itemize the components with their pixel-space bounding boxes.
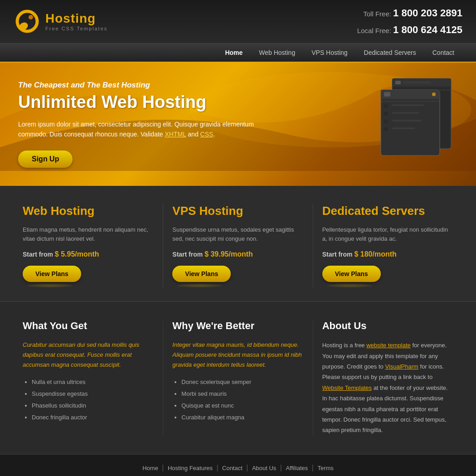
vps-hosting-desc: Suspendisse urna metus, sodales eget sag… (172, 225, 303, 244)
why-better-text: Integer vitae magna mauris, id bibendum … (172, 340, 303, 370)
nav: Home Web Hosting VPS Hosting Dedicated S… (0, 44, 476, 63)
web-hosting-title: Web Hosting (23, 204, 154, 218)
list-item: Quisque at est nunc (181, 400, 303, 412)
website-template-link[interactable]: website template (366, 342, 411, 349)
hero-period: . (213, 131, 215, 138)
footer-sep: | (162, 464, 166, 471)
footer-link-home[interactable]: Home (142, 465, 158, 471)
what-you-get-list: Nulla et urna ultrices Suspendisse egest… (23, 376, 154, 423)
what-you-get-title: What You Get (23, 320, 154, 332)
nav-home[interactable]: Home (217, 44, 251, 62)
svg-rect-17 (381, 101, 440, 102)
logo-area: Hosting Free CSS Templates (14, 9, 107, 34)
footer-sep: | (312, 464, 316, 471)
vps-hosting-title: VPS Hosting (172, 204, 303, 218)
website-templates-link[interactable]: Website Templates (322, 384, 372, 391)
hero-section: The Cheapest and The Best Hosting Unlimi… (0, 63, 476, 186)
logo-icon (14, 9, 41, 34)
plan-web-hosting: Web Hosting Etiam magna metus, hendrerit… (14, 204, 163, 288)
web-hosting-price: Start from $ 5.95/month (23, 250, 154, 258)
nav-contact[interactable]: Contact (424, 44, 462, 62)
svg-rect-6 (395, 81, 401, 84)
svg-point-16 (432, 92, 436, 96)
css-link[interactable]: CSS (200, 131, 214, 138)
nav-dedicated-servers[interactable]: Dedicated Servers (356, 44, 424, 62)
list-item: Suspendisse egestas (32, 388, 154, 400)
web-hosting-start-from: Start from (23, 251, 53, 258)
dedicated-servers-start-from: Start from (322, 251, 353, 258)
footer-sep: | (246, 464, 250, 471)
svg-rect-24 (392, 120, 422, 121)
signup-button[interactable]: Sign Up (18, 151, 73, 168)
plan-dedicated-servers: Dedicated Servers Pellentesque ligula to… (313, 204, 462, 288)
web-hosting-view-plans[interactable]: View Plans (23, 266, 81, 282)
info-what-you-get: What You Get Curabitur accumsan dui sed … (14, 320, 163, 436)
footer-link-about[interactable]: About Us (252, 465, 276, 471)
web-hosting-amount: $ 5.95/month (55, 250, 99, 258)
footer: Home | Hosting Features | Contact | Abou… (0, 454, 476, 476)
svg-rect-22 (392, 104, 424, 106)
vps-hosting-start-from: Start from (172, 251, 203, 258)
hero-server-image (367, 72, 467, 158)
svg-rect-15 (384, 92, 390, 97)
about-us-title: About Us (322, 320, 453, 332)
svg-rect-13 (381, 90, 440, 155)
hero-title: Unlimited Web Hosting (18, 92, 254, 112)
list-item: Morbi sed mauris (181, 388, 303, 400)
local-free-label: Local Free: (357, 27, 391, 34)
web-hosting-btn-reflection (27, 284, 73, 287)
local-free-line: Local Free: 1 800 624 4125 (357, 21, 462, 38)
hero-content: The Cheapest and The Best Hosting Unlimi… (18, 81, 254, 168)
dedicated-servers-price: Start from $ 180/month (322, 250, 453, 258)
dedicated-servers-desc: Pellentesque ligula tortor, feugiat non … (322, 225, 453, 244)
svg-rect-25 (392, 127, 415, 129)
info-about-us: About Us Hosting is a free website templ… (313, 320, 462, 436)
svg-rect-18 (384, 104, 388, 108)
info-section: What You Get Curabitur accumsan dui sed … (0, 301, 476, 454)
about-text-1: Hosting is a free (322, 342, 365, 349)
about-text-4: at the footer of your website. In hac ha… (322, 384, 448, 434)
visualpharm-link[interactable]: VisualPharm (385, 363, 418, 370)
list-item: Phasellus sollicitudin (32, 400, 154, 412)
nav-vps-hosting[interactable]: VPS Hosting (303, 44, 355, 62)
list-item: Nulla et urna ultrices (32, 376, 154, 388)
svg-rect-20 (384, 120, 388, 123)
list-item: Donec scelerisque semper (181, 376, 303, 388)
footer-link-hosting-features[interactable]: Hosting Features (168, 465, 213, 471)
list-item: Donec fringilla auctor (32, 412, 154, 423)
hero-desc-text: Lorem ipsum dolor sit amet, consectetur … (18, 121, 254, 138)
svg-rect-19 (384, 112, 388, 116)
plan-vps-hosting: VPS Hosting Suspendisse urna metus, soda… (163, 204, 313, 288)
dedicated-servers-amount: $ 180/month (354, 250, 396, 258)
why-better-title: Why We're Better (172, 320, 303, 332)
logo-subtitle: Free CSS Templates (45, 26, 107, 31)
footer-links: Home | Hosting Features | Contact | Abou… (14, 464, 462, 472)
logo-title: Hosting (45, 11, 107, 26)
xhtml-link[interactable]: XHTML (165, 131, 186, 138)
toll-free-label: Toll Free: (363, 10, 391, 18)
vps-hosting-price: Start from $ 39.95/month (172, 250, 303, 258)
svg-rect-21 (384, 127, 388, 131)
footer-link-terms[interactable]: Terms (317, 465, 333, 471)
hero-tagline: The Cheapest and The Best Hosting (18, 81, 254, 90)
logo-text-area: Hosting Free CSS Templates (45, 11, 107, 31)
svg-point-2 (29, 15, 33, 19)
footer-sep: | (216, 464, 220, 471)
vps-hosting-btn-reflection (177, 284, 222, 287)
about-us-text: Hosting is a free website template for e… (322, 340, 453, 436)
list-item: Curabitur aliquet magna (181, 412, 303, 423)
vps-hosting-view-plans[interactable]: View Plans (172, 266, 231, 282)
footer-link-contact[interactable]: Contact (222, 465, 243, 471)
toll-free-number: 1 800 203 2891 (393, 7, 462, 19)
nav-web-hosting[interactable]: Web Hosting (251, 44, 303, 62)
what-you-get-text: Curabitur accumsan dui sed nulla mollis … (23, 340, 154, 370)
info-why-better: Why We're Better Integer vitae magna mau… (163, 320, 313, 436)
vps-hosting-amount: $ 39.95/month (204, 250, 253, 258)
contact-info: Toll Free: 1 800 203 2891 Local Free: 1 … (357, 5, 462, 39)
footer-sep: | (280, 464, 284, 471)
footer-link-affiliates[interactable]: Affiliates (286, 465, 308, 471)
dedicated-servers-title: Dedicated Servers (322, 204, 453, 218)
header: Hosting Free CSS Templates Toll Free: 1 … (0, 0, 476, 44)
dedicated-servers-view-plans[interactable]: View Plans (322, 266, 381, 282)
dedicated-servers-btn-reflection (327, 284, 372, 287)
